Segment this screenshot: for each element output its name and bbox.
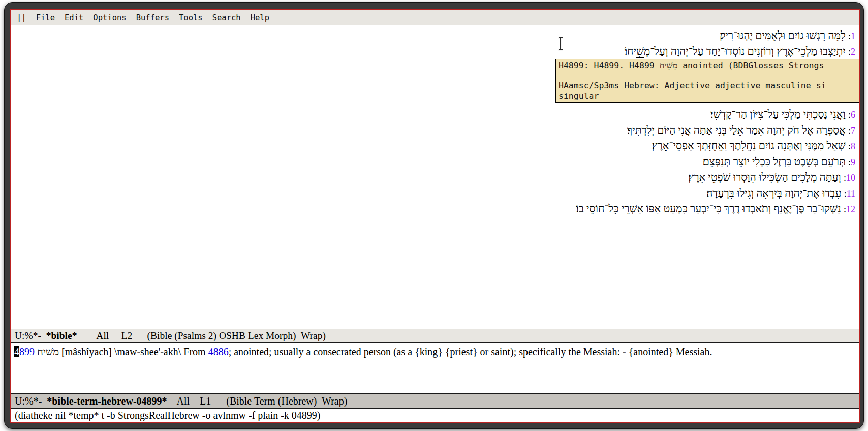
modeline-term-segment: All L1 (Bible Term (Hebrew) Wrap) — [167, 395, 348, 407]
lexicon-segment: ; anointed; usually a consecrated person… — [229, 346, 712, 357]
ibeam-mouse-pointer-icon — [558, 37, 564, 50]
modeline-bible-term-hebrew[interactable]: U:%*- *bible-term-hebrew-04899* All L1 (… — [11, 393, 859, 409]
verse-number: 10 — [846, 173, 855, 183]
verse-2[interactable]: 2: יִתְיַצְּבוּ מַלְכֵי־אֶרֶץ וְרוֹזְנִי… — [625, 44, 855, 59]
menu-item-search[interactable]: Search — [212, 13, 241, 22]
menu-item-buffers[interactable]: Buffers — [136, 13, 169, 22]
minibuffer[interactable]: (diatheke nil *temp* t -b StrongsRealHeb… — [11, 409, 859, 422]
tooltip-line: HAamsc/Sp3ms Hebrew: Adjective adjective… — [559, 81, 859, 91]
verse-7[interactable]: 7: אֲסַפְּרָה אֶל חֹק יְהוָה אָמַר אֵלַי… — [627, 122, 855, 138]
menu-item-edit[interactable]: Edit — [65, 13, 83, 22]
tooltip-line: singular — [559, 91, 859, 101]
menu-bar: ||FileEditOptionsBuffersToolsSearchHelp — [11, 10, 859, 25]
lexicon-entry: 4899 משׁיח [mâshîyach] \maw-shee'-akh\ F… — [14, 345, 854, 359]
lexicon-segment-link[interactable]: 899 — [19, 346, 35, 357]
bible-buffer[interactable]: H4899: H4899. H4899 מָשִׁיחַ anointed (B… — [11, 25, 859, 329]
modeline-bible-segment: *bible* — [46, 330, 77, 342]
verse-number: 12 — [846, 204, 855, 214]
menu-item-help[interactable]: Help — [251, 13, 269, 22]
verse-number: 7 — [851, 126, 855, 136]
verse-number: 11 — [847, 189, 855, 199]
verse-6[interactable]: 6: וַאֲנִי נָסַכְתִּי מַלְכִּי עַל־צִיּו… — [710, 107, 855, 122]
modeline-term-segment: *bible-term-hebrew-04899* — [47, 395, 167, 407]
menu-item-file[interactable]: File — [36, 13, 55, 22]
strongs-tooltip: H4899: H4899. H4899 מָשִׁיחַ anointed (B… — [555, 59, 859, 103]
menu-item-pipes[interactable]: || — [17, 13, 26, 22]
menu-item-options[interactable]: Options — [93, 13, 126, 22]
tooltip-line — [559, 71, 859, 81]
verse-1[interactable]: 1: לָמָּה רָגְשׁוּ גוֹיִם וּלְאֻמִּים יֶ… — [720, 28, 855, 44]
verse-9[interactable]: 9: תְּרֹעֵם בְּשֵׁבֶט בַּרְזֶל כִּכְלִי … — [703, 154, 855, 170]
verse-8[interactable]: 8: שְׁאַל מִמֶּנִּי וְאֶתְּנָה גוֹיִם נַ… — [652, 138, 855, 154]
verse-number: 1 — [851, 31, 855, 41]
verse-number: 6 — [851, 110, 855, 120]
minibuffer-text: (diatheke nil *temp* t -b StrongsRealHeb… — [15, 410, 321, 421]
verse-11[interactable]: 11: עִבְדוּ אֶת־יְהוָה בְּיִרְאָה וְגִיל… — [706, 186, 855, 201]
menu-item-tools[interactable]: Tools — [179, 13, 203, 22]
hollow-text-cursor: שִׁ — [636, 45, 644, 57]
verse-number: 2 — [851, 47, 855, 57]
lexicon-segment-block-cursor: 4 — [14, 346, 19, 357]
modeline-bible-segment: All L2 (Bible (Psalms 2) OSHB Lex Morph)… — [77, 330, 326, 342]
verse-12[interactable]: 12: נַשְּׁקוּ־בַר פֶּן־יֶאֱנַף וְתֹאבְדו… — [576, 201, 855, 217]
emacs-window: ||FileEditOptionsBuffersToolsSearchHelp … — [10, 9, 860, 423]
verse-number: 8 — [851, 141, 855, 151]
modeline-bible[interactable]: U:%*- *bible* All L2 (Bible (Psalms 2) O… — [11, 329, 859, 343]
modeline-term-segment: U:%*- — [15, 395, 47, 407]
lexicon-segment-link[interactable]: 4886 — [208, 346, 229, 357]
verse-number: 9 — [851, 157, 855, 167]
screen: ||FileEditOptionsBuffersToolsSearchHelp … — [0, 0, 868, 431]
lexicon-buffer[interactable]: 4899 משׁיח [mâshîyach] \maw-shee'-akh\ F… — [11, 343, 859, 393]
modeline-bible-segment: U:%*- — [15, 330, 46, 342]
verse-10[interactable]: 10: וְעַתָּה מְלָכִים הַשְׂכִּילוּ הִוָּ… — [688, 170, 855, 186]
lexicon-segment: משׁיח [mâshîyach] \maw-shee'-akh\ From — [35, 346, 208, 357]
tooltip-line: H4899: H4899. H4899 מָשִׁיחַ anointed (B… — [559, 60, 859, 71]
